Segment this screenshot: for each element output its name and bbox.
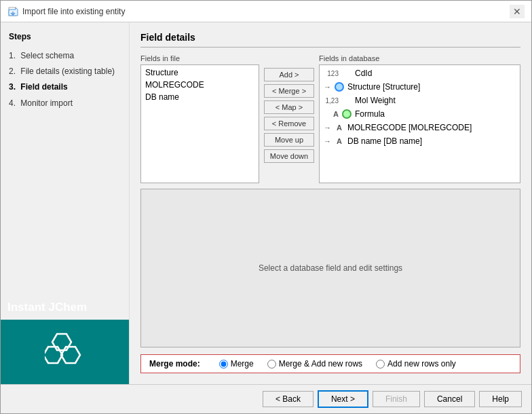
dialog-body: Steps 1. Select schema 2. File details (…	[1, 22, 531, 384]
add-only-radio[interactable]	[376, 360, 385, 369]
formula-icon	[341, 109, 352, 119]
db-item[interactable]: 1,23 Mol Weight	[320, 94, 520, 107]
db-field-name: Mol Weight	[355, 96, 396, 105]
merge-radio[interactable]	[219, 360, 228, 369]
add-only-radio-option[interactable]: Add new rows only	[376, 359, 456, 369]
step-1: 1. Select schema	[9, 48, 121, 64]
add-only-option-label: Add new rows only	[387, 359, 456, 369]
db-field-name: Structure [Structure]	[347, 82, 420, 92]
field-type-icon	[341, 95, 352, 106]
fields-in-file-col: Fields in file Structure MOLREGCODE DB n…	[140, 54, 259, 183]
help-button[interactable]: Help	[479, 391, 522, 407]
number-icon: 123	[324, 70, 339, 77]
action-buttons-col: Add > < Merge > < Map > < Remove Move up…	[262, 54, 316, 183]
sidebar-brand: Instant JChem	[1, 293, 129, 384]
field-type-icon	[341, 68, 352, 79]
svg-marker-2	[52, 334, 71, 350]
db-item[interactable]: 123 CdId	[320, 67, 520, 80]
fields-in-file-label: Fields in file	[140, 54, 259, 62]
import-icon	[7, 6, 18, 17]
add-button[interactable]: Add >	[264, 68, 314, 81]
db-field-name: CdId	[355, 69, 372, 78]
db-item[interactable]: → A MOLREGCODE [MOLREGCODE]	[320, 121, 520, 134]
main-content: Field details Fields in file Structure M…	[130, 22, 531, 384]
step-4: 4. Monitor import	[9, 96, 121, 111]
db-item[interactable]: → Structure [Structure]	[320, 80, 520, 94]
edit-settings-text: Select a database field and edit setting…	[259, 263, 402, 273]
dialog-container: Import file into existing entity ✕ Steps…	[0, 0, 532, 414]
dialog-title: Import file into existing entity	[22, 7, 125, 16]
fields-in-db-label: Fields in database	[319, 54, 520, 62]
fields-in-db-col: Fields in database 123 CdId →	[319, 54, 520, 183]
formula-badge-icon: A	[324, 110, 339, 118]
cancel-button[interactable]: Cancel	[424, 391, 475, 407]
arrow-icon: →	[324, 137, 331, 145]
db-item[interactable]: A Formula	[320, 107, 520, 121]
db-field-name: DB name [DB name]	[347, 136, 422, 146]
remove-button[interactable]: < Remove	[264, 117, 314, 130]
fields-in-db-listbox[interactable]: 123 CdId → Structure [Structure]	[319, 64, 520, 183]
arrow-icon: →	[324, 124, 331, 132]
brand-name: Instant JChem	[1, 293, 129, 320]
hex-logo-icon	[45, 331, 86, 373]
section-title: Field details	[140, 32, 520, 48]
list-item[interactable]: MOLREGCODE	[141, 79, 259, 91]
list-item[interactable]: Structure	[141, 67, 259, 79]
steps-area: Steps 1. Select schema 2. File details (…	[1, 32, 129, 293]
step-3: 3. Field details	[9, 79, 121, 95]
text-type-icon: A	[334, 122, 345, 133]
move-up-button[interactable]: Move up	[264, 133, 314, 147]
db-item[interactable]: → A DB name [DB name]	[320, 134, 520, 148]
merge-add-radio-option[interactable]: Merge & Add new rows	[267, 359, 362, 369]
steps-list: 1. Select schema 2. File details (existi…	[9, 48, 121, 111]
merge-option-label: Merge	[231, 359, 254, 369]
fields-in-file-listbox[interactable]: Structure MOLREGCODE DB name	[140, 64, 259, 183]
merge-radio-option[interactable]: Merge	[219, 359, 254, 369]
dialog-footer: < Back Next > Finish Cancel Help	[1, 384, 531, 413]
map-button[interactable]: < Map >	[264, 100, 314, 114]
arrow-icon: →	[324, 83, 331, 91]
title-bar-left: Import file into existing entity	[7, 6, 125, 17]
svg-marker-3	[45, 347, 62, 363]
merge-add-radio[interactable]	[267, 360, 276, 369]
finish-button[interactable]: Finish	[373, 391, 420, 407]
step-2: 2. File details (existing table)	[9, 64, 121, 79]
merge-mode-box: Merge mode: Merge Merge & Add new rows A…	[140, 354, 520, 373]
number-icon: 1,23	[324, 97, 339, 105]
merge-mode-label: Merge mode:	[149, 359, 200, 369]
merge-button[interactable]: < Merge >	[264, 84, 314, 98]
list-item[interactable]: DB name	[141, 91, 259, 103]
merge-add-option-label: Merge & Add new rows	[279, 359, 362, 369]
field-details-area: Fields in file Structure MOLREGCODE DB n…	[140, 54, 520, 377]
db-field-name: Formula	[355, 109, 385, 119]
edit-settings-area: Select a database field and edit setting…	[140, 189, 520, 347]
title-bar: Import file into existing entity ✕	[1, 1, 531, 22]
brand-icon-area	[1, 320, 129, 384]
fields-row: Fields in file Structure MOLREGCODE DB n…	[140, 54, 520, 183]
back-button[interactable]: < Back	[263, 391, 314, 407]
next-button[interactable]: Next >	[318, 390, 368, 408]
structure-icon	[334, 81, 345, 92]
close-button[interactable]: ✕	[510, 5, 525, 18]
steps-heading: Steps	[9, 32, 121, 41]
sidebar: Steps 1. Select schema 2. File details (…	[1, 22, 130, 384]
svg-marker-4	[61, 347, 80, 363]
move-down-button[interactable]: Move down	[264, 149, 314, 163]
db-field-name: MOLREGCODE [MOLREGCODE]	[347, 123, 472, 132]
text-type-icon: A	[334, 136, 345, 147]
